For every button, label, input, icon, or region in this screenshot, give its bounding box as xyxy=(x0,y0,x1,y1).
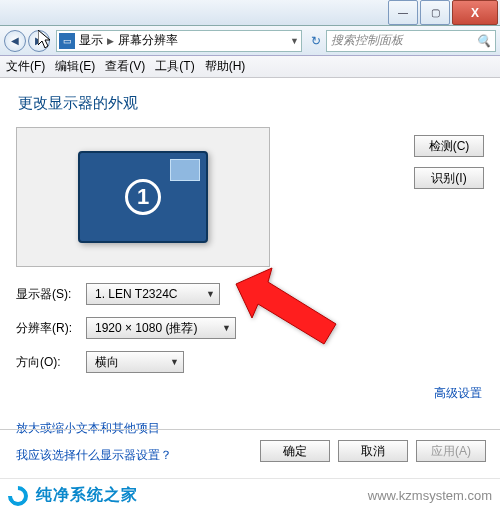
minimize-button[interactable]: — xyxy=(388,0,418,25)
resolution-select[interactable]: 1920 × 1080 (推荐) xyxy=(86,317,236,339)
orientation-select[interactable]: 横向 xyxy=(86,351,184,373)
breadcrumb[interactable]: ▭ 显示 ▶ 屏幕分辨率 ▼ xyxy=(56,30,302,52)
detect-button[interactable]: 检测(C) xyxy=(414,135,484,157)
search-placeholder: 搜索控制面板 xyxy=(331,32,403,49)
identify-button[interactable]: 识别(I) xyxy=(414,167,484,189)
resolution-label: 分辨率(R): xyxy=(16,320,86,337)
orientation-label: 方向(O): xyxy=(16,354,86,371)
brand-url: www.kzmsystem.com xyxy=(368,488,492,503)
cancel-button[interactable]: 取消 xyxy=(338,440,408,462)
search-icon: 🔍 xyxy=(476,34,491,48)
monitor-icon: ▭ xyxy=(59,33,75,49)
refresh-button[interactable]: ↻ xyxy=(306,34,326,48)
monitor-number: 1 xyxy=(125,179,161,215)
monitor-preview[interactable]: 1 xyxy=(16,127,270,267)
watermark: 纯净系统之家 www.kzmsystem.com xyxy=(0,478,500,512)
nav-bar: ◀ ▶ ▭ 显示 ▶ 屏幕分辨率 ▼ ↻ 搜索控制面板 🔍 xyxy=(0,26,500,56)
chevron-right-icon: ▶ xyxy=(107,36,114,46)
ok-button[interactable]: 确定 xyxy=(260,440,330,462)
monitor-1[interactable]: 1 xyxy=(78,151,208,243)
crumb-resolution: 屏幕分辨率 xyxy=(118,32,178,49)
page-title: 更改显示器的外观 xyxy=(18,94,484,113)
menu-edit[interactable]: 编辑(E) xyxy=(55,58,95,75)
display-select[interactable]: 1. LEN T2324C xyxy=(86,283,220,305)
menu-tools[interactable]: 工具(T) xyxy=(155,58,194,75)
content-pane: 更改显示器的外观 1 检测(C) 识别(I) 显示器(S): 1. LEN T2… xyxy=(0,78,500,464)
forward-button[interactable]: ▶ xyxy=(28,30,50,52)
brand-name: 纯净系统之家 xyxy=(36,485,138,506)
window-icon xyxy=(170,159,200,181)
window-titlebar: — ▢ X xyxy=(0,0,500,26)
menu-view[interactable]: 查看(V) xyxy=(105,58,145,75)
search-input[interactable]: 搜索控制面板 🔍 xyxy=(326,30,496,52)
advanced-settings-link[interactable]: 高级设置 xyxy=(434,386,482,400)
brand-logo-icon xyxy=(4,481,32,509)
display-label: 显示器(S): xyxy=(16,286,86,303)
menu-bar: 文件(F) 编辑(E) 查看(V) 工具(T) 帮助(H) xyxy=(0,56,500,78)
close-button[interactable]: X xyxy=(452,0,498,25)
menu-help[interactable]: 帮助(H) xyxy=(205,58,246,75)
crumb-display: 显示 xyxy=(79,32,103,49)
back-button[interactable]: ◀ xyxy=(4,30,26,52)
apply-button[interactable]: 应用(A) xyxy=(416,440,486,462)
menu-file[interactable]: 文件(F) xyxy=(6,58,45,75)
dialog-footer: 确定 取消 应用(A) xyxy=(0,429,500,472)
maximize-button[interactable]: ▢ xyxy=(420,0,450,25)
